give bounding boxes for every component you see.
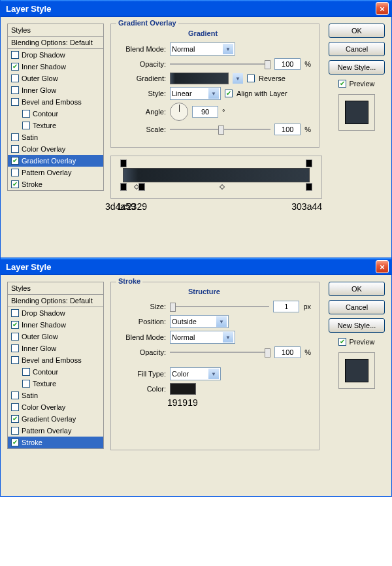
style-label: Style: (119, 90, 166, 97)
midpoint-diamond[interactable] (220, 184, 225, 190)
style-item[interactable]: Gradient Overlay (8, 155, 103, 167)
titlebar[interactable]: Layer Style × (1, 0, 391, 17)
effect-checkbox[interactable] (11, 145, 19, 153)
styles-header[interactable]: Styles (8, 282, 103, 295)
effect-checkbox[interactable] (22, 368, 30, 376)
style-item[interactable]: Pattern Overlay (8, 167, 103, 178)
color-stop[interactable] (306, 183, 312, 191)
effect-checkbox[interactable] (11, 157, 19, 165)
gradient-editor[interactable] (110, 156, 322, 199)
opacity-stop[interactable] (306, 159, 312, 167)
effect-checkbox[interactable] (11, 133, 19, 141)
effect-checkbox[interactable] (11, 169, 19, 176)
preview-swatch (345, 359, 368, 382)
opacity-stop[interactable] (120, 159, 127, 167)
effect-checkbox[interactable] (22, 122, 30, 129)
style-item[interactable]: Texture (8, 120, 103, 131)
blending-options-header[interactable]: Blending Options: Default (8, 295, 103, 307)
blend-mode-select[interactable]: Normal▼ (170, 331, 235, 344)
style-item[interactable]: Color Overlay (8, 143, 103, 155)
blend-mode-select[interactable]: Normal▼ (170, 42, 235, 56)
style-item[interactable]: Gradient Overlay (8, 413, 103, 425)
blending-options-header[interactable]: Blending Options: Default (8, 37, 103, 49)
color-stop[interactable] (120, 183, 127, 191)
effect-checkbox[interactable] (11, 63, 19, 71)
opacity-slider[interactable] (170, 59, 270, 69)
scale-input[interactable]: 100 (274, 124, 301, 135)
styles-header[interactable]: Styles (8, 24, 103, 37)
ok-button[interactable]: OK (329, 282, 385, 296)
angle-input[interactable]: 90 (192, 106, 218, 118)
opacity-slider[interactable] (170, 347, 270, 358)
style-item[interactable]: Drop Shadow (8, 49, 103, 61)
style-item[interactable]: Stroke (8, 437, 103, 448)
style-item[interactable]: Pattern Overlay (8, 425, 103, 437)
scale-label: Scale: (119, 125, 166, 133)
effect-checkbox[interactable] (11, 344, 19, 352)
size-slider[interactable] (170, 301, 269, 312)
style-item[interactable]: Bevel and Emboss (8, 354, 103, 366)
angle-dial[interactable] (170, 103, 188, 121)
position-select[interactable]: Outside▼ (170, 315, 229, 328)
style-select[interactable]: Linear▼ (170, 87, 221, 100)
fill-type-select[interactable]: Color▼ (170, 367, 221, 380)
style-item[interactable]: Outer Glow (8, 73, 103, 84)
style-item[interactable]: Inner Shadow (8, 61, 103, 73)
style-item[interactable]: Texture (8, 378, 103, 390)
preview-label: Preview (349, 80, 374, 88)
effect-checkbox[interactable] (11, 403, 19, 411)
style-item[interactable]: Satin (8, 131, 103, 143)
effect-checkbox[interactable] (11, 86, 19, 94)
gradient-picker[interactable] (170, 73, 229, 84)
new-style-button[interactable]: New Style... (329, 318, 385, 333)
color-swatch[interactable] (170, 383, 196, 395)
color-stop[interactable] (139, 183, 145, 191)
cancel-button[interactable]: Cancel (329, 300, 385, 314)
effect-checkbox[interactable] (11, 333, 19, 341)
effect-checkbox[interactable] (22, 110, 30, 118)
style-item[interactable]: Inner Glow (8, 84, 103, 96)
opacity-input[interactable]: 100 (274, 58, 301, 70)
reverse-checkbox[interactable] (247, 75, 255, 82)
effect-checkbox[interactable] (11, 98, 19, 106)
effect-checkbox[interactable] (22, 380, 30, 388)
opacity-input[interactable]: 100 (274, 346, 301, 358)
effect-checkbox[interactable] (11, 321, 19, 329)
gradient-bar[interactable] (123, 168, 310, 182)
style-item[interactable]: Bevel and Emboss (8, 96, 103, 108)
chevron-down-icon[interactable]: ▼ (233, 73, 243, 84)
style-item[interactable]: Inner Shadow (8, 319, 103, 331)
preview-checkbox[interactable] (338, 80, 346, 88)
color-label: Color: (119, 385, 166, 393)
preview-checkbox[interactable] (338, 338, 346, 346)
style-item[interactable]: Drop Shadow (8, 307, 103, 319)
effect-checkbox[interactable] (11, 51, 19, 59)
style-item[interactable]: Satin (8, 390, 103, 401)
close-button[interactable]: × (376, 2, 389, 15)
chevron-down-icon: ▼ (223, 44, 233, 54)
effect-checkbox[interactable] (11, 391, 19, 399)
style-item[interactable]: Color Overlay (8, 401, 103, 413)
effect-checkbox[interactable] (11, 180, 19, 188)
titlebar[interactable]: Layer Style × (1, 258, 391, 275)
effect-checkbox[interactable] (11, 439, 19, 446)
style-item[interactable]: Contour (8, 366, 103, 378)
effect-checkbox[interactable] (11, 309, 19, 317)
effect-checkbox[interactable] (11, 415, 19, 423)
effect-checkbox[interactable] (11, 75, 19, 82)
size-input[interactable]: 1 (273, 301, 299, 312)
new-style-button[interactable]: New Style... (329, 60, 385, 75)
scale-slider[interactable] (170, 124, 270, 135)
align-checkbox[interactable] (225, 90, 233, 97)
effect-checkbox[interactable] (11, 356, 19, 364)
effect-checkbox[interactable] (11, 427, 19, 435)
style-item[interactable]: Outer Glow (8, 331, 103, 342)
style-item[interactable]: Stroke (8, 178, 103, 190)
angle-label: Angle: (119, 108, 166, 116)
chevron-down-icon: ▼ (208, 369, 219, 379)
cancel-button[interactable]: Cancel (329, 42, 385, 56)
close-button[interactable]: × (376, 260, 389, 273)
ok-button[interactable]: OK (329, 24, 385, 38)
style-item[interactable]: Inner Glow (8, 342, 103, 354)
style-item[interactable]: Contour (8, 108, 103, 120)
